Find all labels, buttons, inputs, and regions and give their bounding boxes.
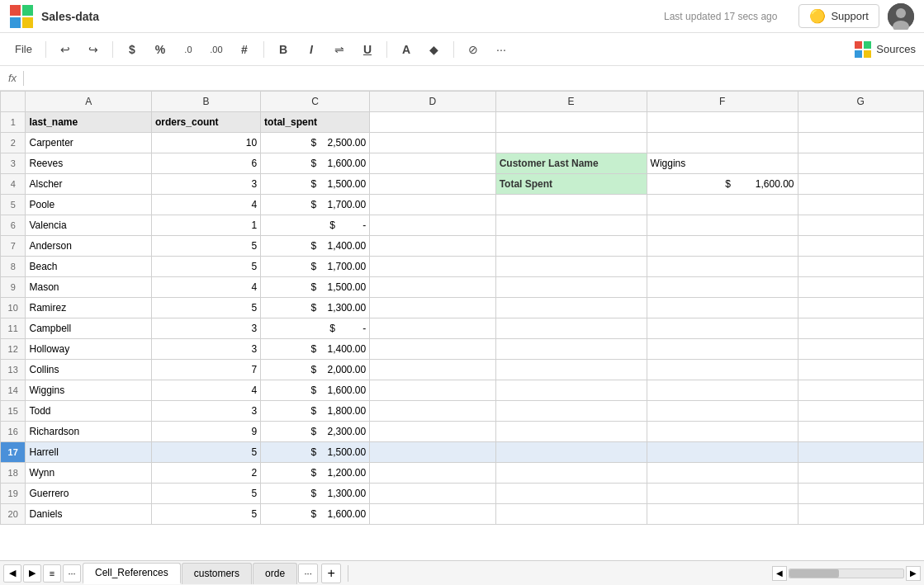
- cell-d9[interactable]: [370, 277, 495, 298]
- support-button[interactable]: 🟡 Support: [798, 4, 879, 28]
- cell-g18[interactable]: [798, 463, 923, 484]
- cell-c2[interactable]: $ 2,500.00: [261, 133, 370, 153]
- cell-g19[interactable]: [798, 484, 923, 504]
- tab-ellipsis-button[interactable]: ···: [298, 564, 318, 583]
- cell-b16[interactable]: 9: [151, 422, 260, 442]
- tab-nav-next-button[interactable]: ▶: [23, 564, 41, 583]
- cell-g12[interactable]: [798, 339, 923, 360]
- tab-add-button[interactable]: +: [321, 564, 341, 583]
- formula-input[interactable]: [31, 72, 916, 84]
- percent-format-button[interactable]: %: [148, 38, 173, 61]
- cell-c14[interactable]: $ 1,600.00: [261, 380, 370, 401]
- cell-g11[interactable]: [798, 318, 923, 339]
- cell-a9[interactable]: Mason: [26, 277, 151, 298]
- hscroll-start-button[interactable]: ◀: [772, 566, 787, 581]
- cell-c7[interactable]: $ 1,400.00: [261, 236, 370, 257]
- cell-d7[interactable]: [370, 236, 495, 257]
- cell-f18[interactable]: [647, 463, 798, 484]
- cell-c6[interactable]: $ -: [261, 215, 370, 236]
- cell-a12[interactable]: Holloway: [26, 339, 151, 360]
- tab-orde[interactable]: orde: [253, 563, 297, 584]
- cell-e7[interactable]: [495, 236, 647, 257]
- cell-f15[interactable]: [647, 401, 798, 422]
- cell-g13[interactable]: [798, 360, 923, 380]
- cell-a7[interactable]: Anderson: [26, 236, 151, 257]
- cell-d6[interactable]: [370, 215, 495, 236]
- cell-f1[interactable]: [647, 112, 798, 133]
- cell-d13[interactable]: [370, 360, 495, 380]
- cell-g1[interactable]: [798, 112, 923, 133]
- cell-b12[interactable]: 3: [151, 339, 260, 360]
- cell-f20[interactable]: [647, 504, 798, 525]
- cell-f4[interactable]: $ 1,600.00: [647, 174, 798, 195]
- cell-d14[interactable]: [370, 380, 495, 401]
- cell-g14[interactable]: [798, 380, 923, 401]
- cell-a14[interactable]: Wiggins: [26, 380, 151, 401]
- align-button[interactable]: ⇌: [327, 38, 352, 61]
- cell-d3[interactable]: [370, 153, 495, 174]
- more-toolbar-button[interactable]: ···: [489, 38, 514, 61]
- cell-a11[interactable]: Campbell: [26, 318, 151, 339]
- cell-b5[interactable]: 4: [151, 195, 260, 215]
- cell-a4[interactable]: Alscher: [26, 174, 151, 195]
- cell-e16[interactable]: [495, 422, 647, 442]
- cell-e12[interactable]: [495, 339, 647, 360]
- cell-f17[interactable]: [647, 442, 798, 463]
- cell-c5[interactable]: $ 1,700.00: [261, 195, 370, 215]
- cell-a3[interactable]: Reeves: [26, 153, 151, 174]
- tab-nav-prev-button[interactable]: ◀: [3, 564, 21, 583]
- cell-e11[interactable]: [495, 318, 647, 339]
- undo-button[interactable]: ↩: [53, 38, 78, 61]
- cell-b14[interactable]: 4: [151, 380, 260, 401]
- cell-g16[interactable]: [798, 422, 923, 442]
- cell-f2[interactable]: [647, 133, 798, 153]
- cell-d5[interactable]: [370, 195, 495, 215]
- cell-a17[interactable]: Harrell: [26, 442, 151, 463]
- cell-c11[interactable]: $ -: [261, 318, 370, 339]
- cell-d18[interactable]: [370, 463, 495, 484]
- no-border-button[interactable]: ⊘: [461, 38, 486, 61]
- cell-a2[interactable]: Carpenter: [26, 133, 151, 153]
- cell-d2[interactable]: [370, 133, 495, 153]
- cell-d8[interactable]: [370, 257, 495, 277]
- cell-a5[interactable]: Poole: [26, 195, 151, 215]
- cell-a20[interactable]: Daniels: [26, 504, 151, 525]
- cell-c15[interactable]: $ 1,800.00: [261, 401, 370, 422]
- cell-g4[interactable]: [798, 174, 923, 195]
- cell-d20[interactable]: [370, 504, 495, 525]
- cell-b19[interactable]: 5: [151, 484, 260, 504]
- cell-c16[interactable]: $ 2,300.00: [261, 422, 370, 442]
- cell-f16[interactable]: [647, 422, 798, 442]
- cell-f9[interactable]: [647, 277, 798, 298]
- cell-g3[interactable]: [798, 153, 923, 174]
- cell-e5[interactable]: [495, 195, 647, 215]
- tab-lines-button[interactable]: ≡: [43, 564, 61, 583]
- cell-b7[interactable]: 5: [151, 236, 260, 257]
- cell-f5[interactable]: [647, 195, 798, 215]
- col-header-c[interactable]: C: [261, 92, 370, 112]
- cell-c20[interactable]: $ 1,600.00: [261, 504, 370, 525]
- cell-b1[interactable]: orders_count: [151, 112, 260, 133]
- cell-f10[interactable]: [647, 298, 798, 318]
- cell-g8[interactable]: [798, 257, 923, 277]
- cell-b11[interactable]: 3: [151, 318, 260, 339]
- cell-f12[interactable]: [647, 339, 798, 360]
- cell-b10[interactable]: 5: [151, 298, 260, 318]
- cell-a1[interactable]: last_name: [26, 112, 151, 133]
- italic-button[interactable]: I: [299, 38, 324, 61]
- col-header-e[interactable]: E: [495, 92, 647, 112]
- cell-c12[interactable]: $ 1,400.00: [261, 339, 370, 360]
- cell-e14[interactable]: [495, 380, 647, 401]
- cell-f13[interactable]: [647, 360, 798, 380]
- cell-a10[interactable]: Ramirez: [26, 298, 151, 318]
- cell-b18[interactable]: 2: [151, 463, 260, 484]
- hscroll-end-button[interactable]: ▶: [906, 566, 921, 581]
- col-header-f[interactable]: F: [647, 92, 798, 112]
- cell-g15[interactable]: [798, 401, 923, 422]
- font-color-button[interactable]: A: [394, 38, 419, 61]
- cell-d15[interactable]: [370, 401, 495, 422]
- cell-g17[interactable]: [798, 442, 923, 463]
- cell-e1[interactable]: [495, 112, 647, 133]
- cell-c8[interactable]: $ 1,700.00: [261, 257, 370, 277]
- cell-b4[interactable]: 3: [151, 174, 260, 195]
